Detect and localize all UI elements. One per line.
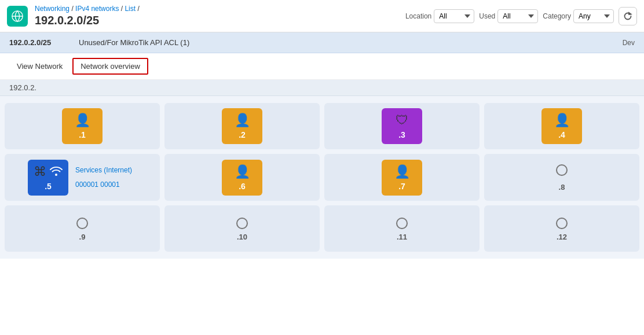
grid-container: 👤 .1 👤 .2 🛡 .3 [0, 96, 644, 259]
cell-2[interactable]: 👤 .2 [164, 103, 320, 149]
breadcrumb-ipv4[interactable]: IPv4 networks [75, 5, 119, 13]
ip-tile-2[interactable]: 👤 .2 [222, 108, 262, 144]
circle-svg-11 [395, 216, 409, 230]
ip-label-2: .2 [239, 130, 246, 139]
location-label: Location [405, 12, 431, 20]
wifi-icon-5: ⌘ [34, 164, 63, 179]
ip-tile-5[interactable]: ⌘ .5 [28, 160, 68, 196]
cell-1-inner: 👤 .1 [5, 103, 160, 149]
cell-11-inner: .11 [324, 205, 480, 252]
circle-svg-10 [235, 216, 249, 230]
ip-label-5: .5 [45, 182, 52, 191]
breadcrumb: Networking / IPv4 networks / List / 192.… [35, 5, 405, 27]
ip-tile-4[interactable]: 👤 .4 [541, 108, 582, 144]
cell-12[interactable]: .12 [484, 205, 639, 252]
circle-svg-9 [75, 216, 89, 230]
ip-label-3: .3 [398, 130, 405, 139]
ip-label-10: .10 [237, 233, 247, 241]
circle-svg-8 [555, 163, 569, 177]
used-label: Used [479, 12, 495, 20]
cell-1[interactable]: 👤 .1 [5, 103, 160, 149]
cell-3-inner: 🛡 .3 [324, 103, 480, 149]
svg-point-5 [397, 218, 407, 229]
cell-9-inner: .9 [5, 205, 160, 252]
cell-6[interactable]: 👤 .6 [164, 154, 320, 201]
svg-point-3 [77, 218, 87, 229]
cell-12-inner: .12 [484, 205, 639, 252]
globe-icon [11, 10, 24, 23]
cell-5-line2: 000001 00001 [71, 178, 125, 192]
location-filter-group: Location All [405, 9, 474, 23]
breadcrumb-list[interactable]: List [125, 5, 136, 13]
used-select[interactable]: All [497, 9, 538, 23]
tab-view-network[interactable]: View Network [9, 58, 70, 74]
cell-10-inner: .10 [164, 205, 320, 252]
category-select[interactable]: Any [573, 9, 614, 23]
refresh-button[interactable] [619, 7, 637, 25]
breadcrumb-nav: Networking / IPv4 networks / List / [35, 5, 405, 13]
category-filter-group: Category Any [543, 9, 614, 23]
person-icon-6: 👤 [235, 164, 250, 179]
circle-icon-8 [555, 163, 569, 181]
cell-5[interactable]: ⌘ .5 Services (Internet) 000001 00001 [5, 154, 160, 201]
ip-tile-1[interactable]: 👤 .1 [62, 108, 103, 144]
cell-3[interactable]: 🛡 .3 [324, 103, 480, 149]
cell-2-inner: 👤 .2 [164, 103, 320, 149]
filters-area: Location All Used All Category Any [405, 7, 637, 25]
cell-8[interactable]: .8 [484, 154, 639, 201]
info-network: 192.0.2.0/25 [9, 38, 79, 47]
cell-8-inner: .8 [484, 154, 639, 201]
category-label: Category [543, 12, 571, 20]
used-filter-group: Used All [479, 9, 538, 23]
info-bar: 192.0.2.0/25 Unused/For MikroTik API ACL… [0, 32, 644, 53]
grid-row-3: .9 .10 .11 [5, 205, 639, 252]
app-icon [7, 6, 28, 27]
ip-label-12: .12 [557, 233, 567, 241]
circle-svg-12 [555, 216, 569, 230]
refresh-icon [623, 12, 632, 21]
cell-7[interactable]: 👤 .7 [324, 154, 480, 201]
top-bar: Networking / IPv4 networks / List / 192.… [0, 0, 644, 32]
ip-tile-12[interactable]: .12 [541, 212, 582, 246]
ip-label-8: .8 [559, 183, 565, 192]
cell-7-inner: 👤 .7 [324, 154, 480, 201]
cell-10[interactable]: .10 [164, 205, 320, 252]
info-env: Dev [623, 39, 635, 47]
ip-tile-3[interactable]: 🛡 .3 [382, 108, 422, 144]
ip-label-4: .4 [558, 130, 565, 139]
ip-tile-7[interactable]: 👤 .7 [382, 160, 422, 196]
cell-4[interactable]: 👤 .4 [484, 103, 639, 149]
cell-6-inner: 👤 .6 [164, 154, 320, 201]
shield-icon-3: 🛡 [396, 113, 408, 128]
person-icon-7: 👤 [394, 164, 410, 179]
ip-label-1: .1 [79, 130, 86, 139]
ip-label-6: .6 [239, 182, 246, 191]
location-select[interactable]: All [434, 9, 474, 23]
ip-tile-6[interactable]: 👤 .6 [222, 160, 262, 196]
breadcrumb-networking[interactable]: Networking [35, 5, 69, 13]
grid-row-2: ⌘ .5 Services (Internet) 000001 00001 [5, 154, 639, 201]
cell-5-inner: ⌘ .5 Services (Internet) 000001 00001 [5, 154, 160, 201]
ip-label-9: .9 [79, 233, 86, 241]
svg-point-6 [557, 218, 567, 229]
ip-tile-8[interactable]: .8 [541, 159, 582, 196]
person-icon-4: 👤 [554, 113, 570, 128]
cell-5-line1: Services (Internet) [71, 163, 137, 178]
ip-tile-9[interactable]: .9 [62, 212, 103, 246]
page-title: 192.0.2.0/25 [35, 14, 405, 27]
svg-point-4 [237, 218, 247, 229]
ip-label-11: .11 [397, 233, 407, 241]
tabs-bar: View Network Network overview [0, 53, 644, 80]
cell-11[interactable]: .11 [324, 205, 480, 252]
ip-tile-10[interactable]: .10 [222, 212, 262, 246]
svg-point-2 [557, 165, 567, 175]
tab-network-overview[interactable]: Network overview [72, 58, 148, 75]
person-icon-2: 👤 [235, 113, 250, 128]
cell-5-text: Services (Internet) 000001 00001 [71, 163, 137, 192]
ip-tile-11[interactable]: .11 [382, 212, 422, 246]
svg-marker-1 [629, 13, 631, 14]
ip-label-7: .7 [398, 182, 405, 191]
cell-4-inner: 👤 .4 [484, 103, 639, 149]
cell-9[interactable]: .9 [5, 205, 160, 252]
info-description: Unused/For MikroTik API ACL (1) [79, 38, 623, 47]
